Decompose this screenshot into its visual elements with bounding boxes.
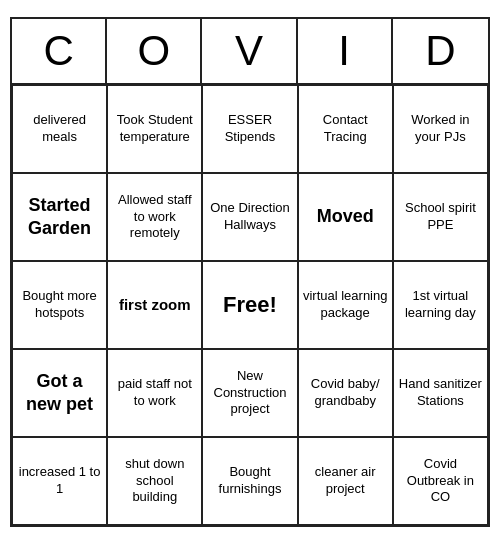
bingo-cell-2: ESSER Stipends xyxy=(202,85,297,173)
bingo-cell-3: Contact Tracing xyxy=(298,85,393,173)
bingo-cell-18: Covid baby/ grandbaby xyxy=(298,349,393,437)
bingo-cell-17: New Construction project xyxy=(202,349,297,437)
bingo-cell-21: shut down school building xyxy=(107,437,202,525)
header-letter-o: O xyxy=(107,19,202,83)
header-letter-d: D xyxy=(393,19,488,83)
bingo-cell-9: School spirit PPE xyxy=(393,173,488,261)
bingo-cell-24: Covid Outbreak in CO xyxy=(393,437,488,525)
header-letter-i: I xyxy=(298,19,393,83)
bingo-cell-13: virtual learning package xyxy=(298,261,393,349)
bingo-cell-11: first zoom xyxy=(107,261,202,349)
bingo-card: COVID delivered mealsTook Student temper… xyxy=(10,17,490,527)
bingo-cell-8: Moved xyxy=(298,173,393,261)
bingo-cell-12: Free! xyxy=(202,261,297,349)
bingo-cell-19: Hand sanitizer Stations xyxy=(393,349,488,437)
bingo-cell-16: paid staff not to work xyxy=(107,349,202,437)
bingo-cell-20: increased 1 to 1 xyxy=(12,437,107,525)
bingo-cell-14: 1st virtual learning day xyxy=(393,261,488,349)
bingo-cell-7: One Direction Hallways xyxy=(202,173,297,261)
bingo-cell-5: Started Garden xyxy=(12,173,107,261)
bingo-cell-1: Took Student temperature xyxy=(107,85,202,173)
bingo-cell-15: Got a new pet xyxy=(12,349,107,437)
header-letter-c: C xyxy=(12,19,107,83)
bingo-cell-23: cleaner air project xyxy=(298,437,393,525)
bingo-cell-10: Bought more hotspots xyxy=(12,261,107,349)
bingo-cell-6: Allowed staff to work remotely xyxy=(107,173,202,261)
bingo-grid: delivered mealsTook Student temperatureE… xyxy=(12,85,488,525)
bingo-cell-22: Bought furnishings xyxy=(202,437,297,525)
header-letter-v: V xyxy=(202,19,297,83)
bingo-cell-4: Worked in your PJs xyxy=(393,85,488,173)
bingo-cell-0: delivered meals xyxy=(12,85,107,173)
bingo-header: COVID xyxy=(12,19,488,85)
